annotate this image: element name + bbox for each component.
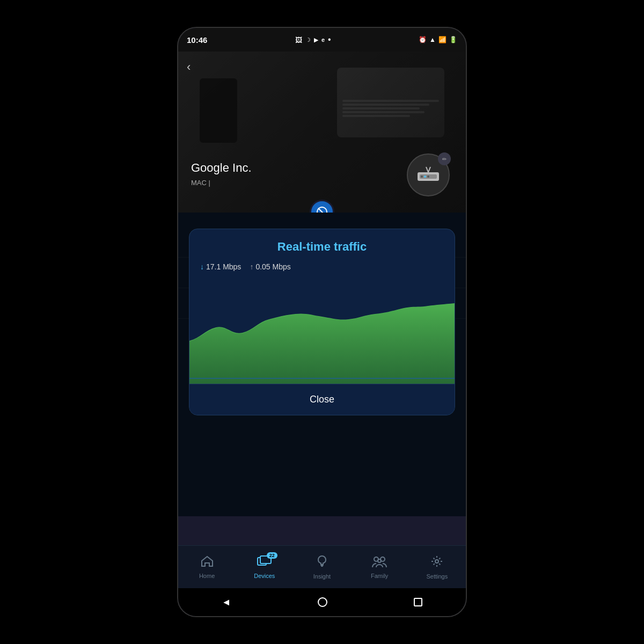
- family-label: Family: [371, 573, 388, 579]
- edit-icon[interactable]: ✏: [438, 152, 451, 165]
- back-button[interactable]: ‹: [187, 60, 191, 74]
- bottom-nav: Home 22 Devices Insight: [178, 545, 466, 588]
- real-time-traffic-modal: Real-time traffic ↓ 17.1 Mbps ↑ 0.05 Mbp…: [189, 229, 455, 415]
- insight-label: Insight: [313, 573, 331, 580]
- photo-icon: 🖼: [295, 36, 302, 44]
- download-speed-value: 17.1 Mbps: [206, 262, 241, 271]
- battery-icon: 🔋: [449, 36, 457, 43]
- status-right-icons: ⏰ ▲ 📶 🔋: [419, 36, 457, 43]
- family-icon: [372, 555, 387, 570]
- upload-stat: ↑ 0.05 Mbps: [250, 262, 290, 271]
- android-recent-button[interactable]: [414, 598, 422, 606]
- alarm-icon: ⏰: [419, 36, 427, 43]
- nav-item-devices[interactable]: 22 Devices: [248, 555, 281, 579]
- modal-title: Real-time traffic: [189, 229, 455, 259]
- android-nav: ◄: [178, 588, 466, 616]
- svg-point-2: [421, 175, 423, 178]
- status-bar: 10:46 🖼 ☽ ▶ e • ⏰ ▲ 📶 🔋: [178, 28, 466, 52]
- content-area: Google Inc. Upload ⓘ 0.05 Mbps › Downloa…: [178, 213, 466, 516]
- svg-point-18: [435, 560, 438, 563]
- devices-badge: 22: [267, 552, 277, 559]
- svg-point-17: [378, 559, 381, 562]
- block-icon: [316, 206, 328, 213]
- pencil-icon: ✏: [442, 156, 447, 162]
- insight-icon: [316, 555, 328, 571]
- down-arrow-icon: ↓: [200, 262, 204, 271]
- svg-point-4: [427, 175, 429, 178]
- devices-label: Devices: [254, 573, 275, 579]
- device-name: Google Inc.: [191, 161, 252, 175]
- android-back-button[interactable]: ◄: [222, 597, 231, 608]
- moon-icon: ☽: [305, 36, 311, 43]
- nav-item-home[interactable]: Home: [191, 555, 223, 579]
- svg-rect-13: [320, 565, 324, 566]
- home-label: Home: [199, 573, 215, 579]
- play-icon: ▶: [314, 36, 318, 43]
- modal-stats: ↓ 17.1 Mbps ↑ 0.05 Mbps: [189, 259, 455, 276]
- device-mac: MAC |: [191, 179, 210, 187]
- settings-label: Settings: [426, 573, 448, 580]
- dot-icon: •: [328, 35, 331, 45]
- nav-item-family[interactable]: Family: [363, 555, 396, 579]
- wifi-icon: ▲: [429, 36, 436, 43]
- svg-line-8: [318, 208, 326, 213]
- ebay-icon: e: [321, 36, 325, 43]
- phone-frame: 10:46 🖼 ☽ ▶ e • ⏰ ▲ 📶 🔋: [177, 27, 467, 617]
- device-icon-circle[interactable]: ✏: [407, 153, 450, 196]
- devices-icon: 22: [257, 555, 272, 570]
- device-header-bg: ‹ Google Inc. MAC | ✏: [178, 52, 466, 213]
- home-icon: [201, 555, 214, 570]
- router-icon: [416, 166, 440, 184]
- block-button[interactable]: [310, 200, 334, 213]
- svg-line-6: [428, 167, 430, 172]
- svg-rect-14: [321, 566, 323, 567]
- nav-item-insight[interactable]: Insight: [306, 555, 338, 580]
- traffic-chart: [189, 276, 455, 384]
- settings-icon: [430, 555, 443, 571]
- svg-point-3: [424, 175, 426, 178]
- nav-item-settings[interactable]: Settings: [421, 555, 453, 580]
- close-button[interactable]: Close: [189, 384, 455, 415]
- upload-speed-value: 0.05 Mbps: [255, 262, 290, 271]
- status-icons-left: 🖼 ☽ ▶ e •: [295, 35, 331, 45]
- svg-line-5: [426, 167, 428, 172]
- status-time: 10:46: [187, 35, 207, 45]
- up-arrow-icon: ↑: [250, 262, 253, 271]
- android-home-button[interactable]: [318, 597, 327, 607]
- signal-icon: 📶: [438, 36, 447, 43]
- chart-svg: [189, 276, 455, 384]
- back-icon: ‹: [187, 60, 191, 74]
- download-stat: ↓ 17.1 Mbps: [200, 262, 241, 271]
